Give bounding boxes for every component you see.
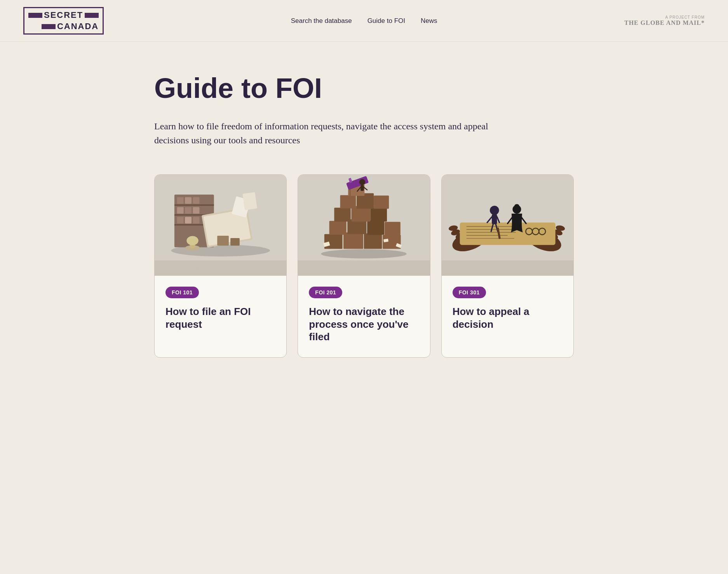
svg-point-25 xyxy=(321,249,407,259)
card-foi-201[interactable]: FOI 201 How to navigate the process once… xyxy=(298,174,430,358)
svg-rect-6 xyxy=(177,197,184,204)
svg-rect-34 xyxy=(334,208,351,222)
svg-rect-71 xyxy=(492,214,497,224)
svg-rect-61 xyxy=(460,223,555,245)
card-foi-301[interactable]: FOI 301 How to appeal a decision xyxy=(441,174,574,358)
svg-rect-8 xyxy=(193,197,199,204)
svg-rect-37 xyxy=(340,195,356,209)
card-2-title: How to navigate the process once you've … xyxy=(309,305,419,343)
main-nav: Search the database Guide to FOI News xyxy=(291,17,437,25)
card-3-body: FOI 301 How to appeal a decision xyxy=(442,276,573,344)
svg-rect-49 xyxy=(361,185,364,191)
card-1-illustration xyxy=(155,175,286,276)
svg-point-79 xyxy=(514,204,519,207)
svg-rect-32 xyxy=(367,220,384,235)
svg-rect-3 xyxy=(174,205,214,206)
publisher-credit: A PROJECT FROM THE GLOBE AND MAIL* xyxy=(624,15,705,26)
svg-rect-36 xyxy=(371,208,387,222)
svg-rect-30 xyxy=(329,221,347,235)
svg-rect-13 xyxy=(185,217,192,224)
svg-point-70 xyxy=(490,206,499,215)
svg-rect-10 xyxy=(185,207,192,214)
svg-rect-33 xyxy=(385,222,401,235)
card-3-illustration xyxy=(442,175,573,276)
svg-rect-27 xyxy=(343,233,363,249)
svg-rect-7 xyxy=(185,197,192,204)
project-from-label: A PROJECT FROM xyxy=(665,15,705,19)
svg-rect-28 xyxy=(364,233,382,249)
card-3-title: How to appeal a decision xyxy=(453,305,563,330)
card-1-badge: FOI 101 xyxy=(165,287,199,298)
svg-point-19 xyxy=(186,236,199,245)
svg-rect-26 xyxy=(324,234,343,249)
svg-rect-23 xyxy=(242,192,257,210)
page-title: Guide to FOI xyxy=(154,73,574,104)
card-2-illustration xyxy=(298,175,430,276)
page-subtitle: Learn how to file freedom of information… xyxy=(154,119,488,147)
svg-rect-14 xyxy=(193,217,199,224)
svg-rect-20 xyxy=(217,236,229,245)
card-2-body: FOI 201 How to navigate the process once… xyxy=(298,276,430,357)
nav-news[interactable]: News xyxy=(421,17,437,25)
nav-search[interactable]: Search the database xyxy=(291,17,352,25)
publisher-name: THE GLOBE AND MAIL* xyxy=(624,19,705,26)
card-2-badge: FOI 201 xyxy=(309,287,342,298)
svg-rect-11 xyxy=(193,207,199,214)
card-3-badge: FOI 301 xyxy=(453,287,486,298)
cards-grid: FOI 101 How to file an FOI request xyxy=(154,174,574,358)
logo-area[interactable]: SECRET CANADA xyxy=(23,7,104,35)
nav-guide[interactable]: Guide to FOI xyxy=(367,17,405,25)
svg-rect-21 xyxy=(230,238,240,246)
logo-canada: CANADA xyxy=(57,21,99,31)
svg-rect-9 xyxy=(177,207,184,214)
site-header: SECRET CANADA Search the database Guide … xyxy=(0,0,728,42)
card-foi-101[interactable]: FOI 101 How to file an FOI request xyxy=(154,174,287,358)
main-content: Guide to FOI Learn how to file freedom o… xyxy=(131,42,597,397)
svg-rect-39 xyxy=(374,196,389,209)
svg-rect-12 xyxy=(177,217,184,224)
logo-secret: SECRET xyxy=(44,10,83,20)
svg-point-48 xyxy=(359,179,365,185)
card-1-title: How to file an FOI request xyxy=(165,305,275,330)
card-1-body: FOI 101 How to file an FOI request xyxy=(155,276,286,344)
